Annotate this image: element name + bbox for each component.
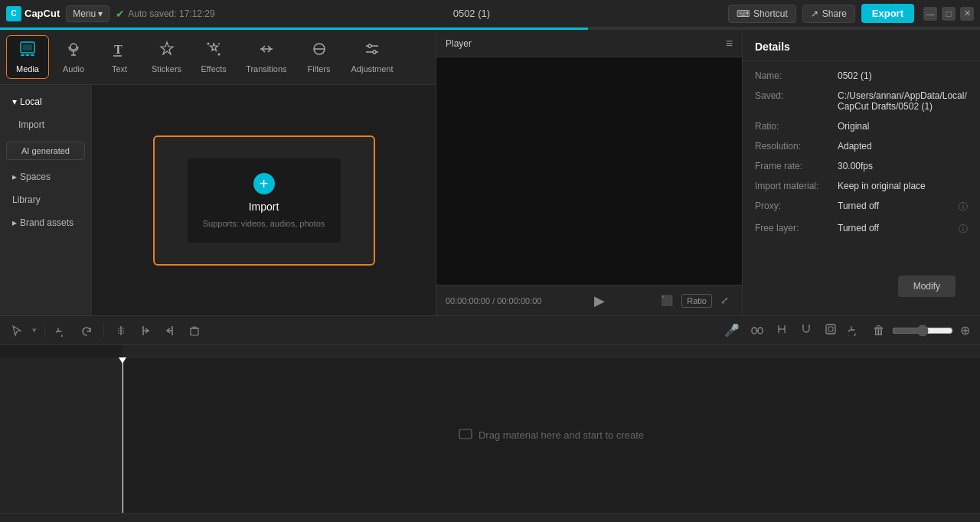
toolbar-item-audio[interactable]: Audio — [52, 36, 95, 78]
detail-label-proxy: Proxy: — [755, 201, 831, 211]
timeline-toolbar: ▾ 🎤 — [0, 316, 980, 345]
detail-label-ratio: Ratio: — [755, 121, 831, 132]
detail-row-saved: Saved: C:/Users/annan/AppData/Local/CapC… — [755, 90, 968, 112]
detail-row-free-layer: Free layer: Turned off ⓘ — [755, 223, 968, 236]
detail-row-import-material: Import material: Keep in original place — [755, 181, 968, 191]
magnet-link-button[interactable] — [746, 320, 768, 341]
timeline-ruler — [122, 345, 980, 357]
svg-rect-17 — [191, 328, 198, 335]
toolbar-item-filters[interactable]: Filters — [298, 36, 341, 78]
screenshot-button[interactable]: ⬛ — [657, 293, 677, 308]
drop-zone: Drag material here and start to create — [122, 357, 980, 513]
toolbar-item-transitions[interactable]: Transitions — [238, 36, 294, 78]
logo-icon: C — [6, 6, 21, 21]
adjustment-icon — [364, 41, 381, 61]
top-bar-right-controls: ⌨ Shortcut ↗ Share Export — □ ✕ — [728, 4, 974, 23]
ratio-button[interactable]: Ratio — [681, 294, 712, 308]
left-panel: Media Audio T — [0, 30, 436, 315]
player-controls: 00:00:00:00 / 00:00:00:00 ▶ ⬛ Ratio ⤢ — [436, 285, 742, 315]
detail-label-name: Name: — [755, 70, 831, 81]
import-support-text: Supports: videos, audios, photos — [203, 219, 325, 228]
ai-generated-button[interactable]: AI generated — [6, 142, 85, 160]
fullscreen-button[interactable]: ⤢ — [717, 293, 733, 308]
svg-rect-26 — [826, 325, 835, 334]
magnet-button[interactable] — [795, 320, 817, 341]
play-button[interactable]: ▶ — [594, 292, 605, 309]
split2-button[interactable] — [771, 320, 792, 341]
chevron-down-icon: ▾ — [12, 96, 17, 107]
sidebar-item-spaces[interactable]: ▸ Spaces — [3, 166, 88, 188]
cursor-tool-button[interactable] — [6, 321, 28, 340]
split-button[interactable] — [110, 321, 132, 340]
player-viewport — [436, 57, 742, 285]
sidebar: ▾ Local Import AI generated ▸ Spaces Lib… — [0, 85, 92, 315]
redo-button[interactable] — [76, 321, 97, 340]
svg-point-11 — [218, 54, 220, 56]
media-icon — [19, 41, 36, 61]
svg-point-10 — [207, 43, 210, 45]
sidebar-item-brand-assets[interactable]: ▸ Brand assets — [3, 212, 88, 233]
import-box[interactable]: + Import Supports: videos, audios, photo… — [153, 135, 375, 266]
detail-value-free-layer: Turned off — [838, 223, 879, 233]
player-menu-icon[interactable]: ≡ — [726, 37, 733, 51]
toolbar-label-transitions: Transitions — [246, 64, 286, 73]
svg-rect-18 — [752, 328, 756, 334]
detail-value-resolution: Adapted — [838, 141, 872, 152]
drop-zone-icon — [459, 429, 472, 442]
sidebar-item-local[interactable]: ▾ Local — [3, 91, 88, 113]
trash-button[interactable]: 🗑 — [869, 321, 889, 340]
detail-row-framerate: Frame rate: 30.00fps — [755, 161, 968, 171]
timeline-right-controls: 🎤 🗑 ⊕ — [720, 320, 974, 341]
zoom-slider[interactable] — [892, 325, 953, 337]
sidebar-item-import[interactable]: Import — [3, 114, 88, 135]
minimize-button[interactable]: — — [923, 7, 937, 21]
svg-text:T: T — [114, 43, 122, 56]
timeline-scrollbar[interactable] — [0, 513, 980, 522]
trim-start-button[interactable] — [135, 321, 156, 340]
toolbar-item-text[interactable]: T Text — [98, 36, 141, 78]
microphone-button[interactable]: 🎤 — [720, 321, 743, 340]
separator-2 — [103, 323, 104, 338]
playhead-line — [122, 357, 123, 513]
shortcut-button[interactable]: ⌨ Shortcut — [728, 5, 796, 23]
svg-rect-2 — [21, 54, 24, 56]
fit-button[interactable] — [820, 320, 841, 341]
separator-1 — [44, 323, 45, 338]
toolbar-item-media[interactable]: Media — [6, 35, 49, 79]
player-time-display: 00:00:00:00 / 00:00:00:00 — [446, 296, 541, 305]
svg-point-12 — [218, 43, 220, 44]
info-icon-proxy[interactable]: ⓘ — [959, 201, 968, 214]
modify-button[interactable]: Modify — [898, 276, 956, 297]
main-content: Media Audio T — [0, 30, 980, 315]
detail-row-name: Name: 0502 (1) — [755, 70, 968, 81]
player-header: Player ≡ — [436, 30, 742, 57]
cursor-dropdown-arrow[interactable]: ▾ — [31, 325, 38, 335]
track-label-column — [0, 357, 122, 513]
info-icon-free-layer[interactable]: ⓘ — [959, 223, 968, 236]
timeline-track-area: Drag material here and start to create — [0, 357, 980, 513]
sidebar-ai-generated-wrapper: AI generated — [0, 137, 91, 165]
player-panel: Player ≡ 00:00:00:00 / 00:00:00:00 ▶ ⬛ R… — [436, 30, 743, 315]
close-button[interactable]: ✕ — [960, 7, 974, 21]
toolbar-item-adjustment[interactable]: Adjustment — [344, 36, 401, 78]
toolbar-label-effects: Effects — [201, 64, 226, 73]
project-name: 0502 (1) — [221, 8, 722, 19]
trim-end-button[interactable] — [159, 321, 181, 340]
svg-rect-1 — [23, 44, 32, 51]
toolbar-item-stickers[interactable]: Stickers — [144, 36, 189, 78]
menu-button[interactable]: Menu ▾ — [66, 5, 109, 22]
sidebar-item-library[interactable]: Library — [3, 189, 88, 210]
maximize-button[interactable]: □ — [942, 7, 956, 21]
undo-button[interactable] — [51, 321, 73, 340]
toolbar-label-media: Media — [16, 64, 39, 73]
delete-button[interactable] — [184, 321, 205, 340]
undo2-button[interactable] — [844, 320, 866, 341]
toolbar-item-effects[interactable]: Effects — [192, 36, 235, 78]
detail-row-resolution: Resolution: Adapted — [755, 141, 968, 152]
timeline-content: Drag material here and start to create — [0, 345, 980, 522]
export-button[interactable]: Export — [861, 4, 914, 23]
checkmark-icon: ✔ — [116, 8, 125, 20]
share-button[interactable]: ↗ Share — [802, 5, 855, 23]
zoom-button[interactable]: ⊕ — [956, 321, 974, 340]
details-footer: Modify — [743, 260, 980, 315]
